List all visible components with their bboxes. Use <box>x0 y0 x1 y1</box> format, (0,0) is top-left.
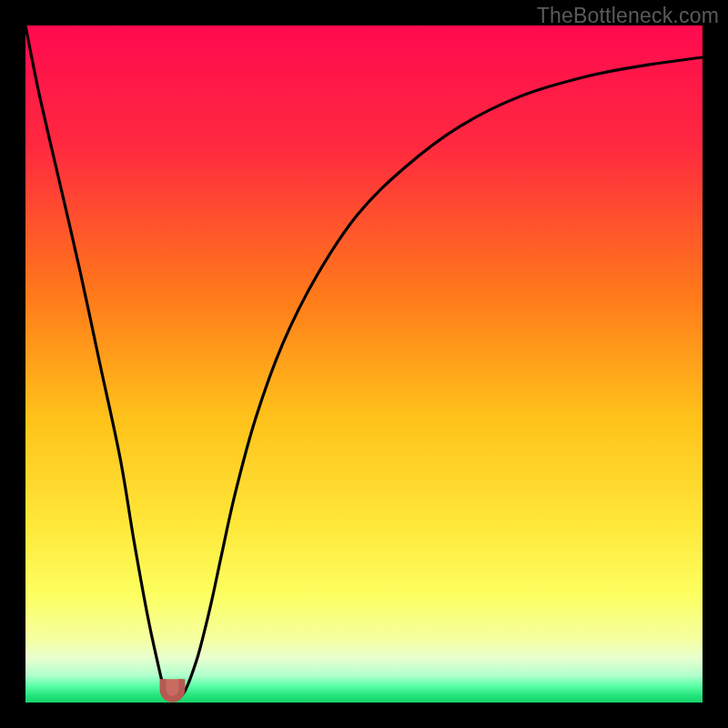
watermark-text: TheBottleneck.com <box>537 4 719 28</box>
chart-svg <box>25 25 703 703</box>
gradient-background <box>25 25 703 703</box>
trough-marker <box>163 679 182 699</box>
plot-area <box>25 25 703 703</box>
chart-frame: TheBottleneck.com <box>0 0 728 728</box>
